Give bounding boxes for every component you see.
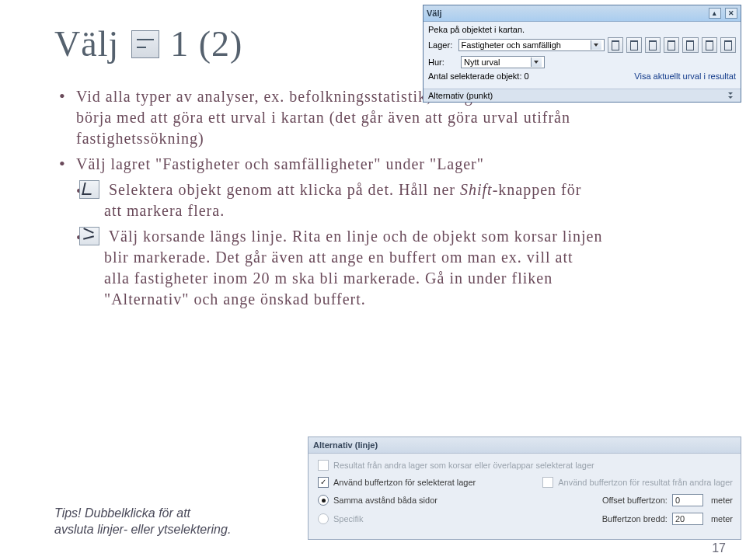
width-input[interactable]: 20 <box>672 513 703 525</box>
result-buffer-checkbox[interactable] <box>542 477 553 488</box>
specific-radio[interactable] <box>318 513 329 524</box>
toolbar-footer[interactable]: Alternativ (punkt) <box>424 89 741 102</box>
toolbar-action-5[interactable] <box>682 37 698 53</box>
lager-label: Lager: <box>428 40 455 50</box>
close-button[interactable]: ✕ <box>725 8 737 19</box>
toolbar-action-4[interactable] <box>664 37 679 53</box>
expand-chevron-icon <box>727 91 736 100</box>
minimize-button[interactable]: ▴ <box>709 8 721 19</box>
use-buffer-checkbox[interactable]: ✓ <box>318 477 329 488</box>
point-select-icon <box>79 180 99 199</box>
line-select-icon <box>79 227 99 245</box>
sub-bullet-1a: Selektera objekt genom att klicka på det… <box>109 181 460 198</box>
shift-key: Shift <box>460 181 493 198</box>
toolbar-instruction: Peka på objektet i kartan. <box>428 25 525 34</box>
offset-value: 0 <box>675 496 680 505</box>
same-distance-radio[interactable] <box>318 495 329 506</box>
page-number: 17 <box>712 541 726 555</box>
title-word-2: 1 (2) <box>170 23 242 64</box>
toolbar-action-6[interactable] <box>702 37 717 53</box>
offset-unit: meter <box>711 496 733 505</box>
toolbar-action-1[interactable] <box>608 37 623 53</box>
width-label: Buffertzon bredd: <box>602 514 668 523</box>
specific-label: Specifik <box>333 514 364 523</box>
hur-label: Hur: <box>428 57 458 67</box>
sub-bullet-2: Välj korsande längs linje. Rita en linje… <box>76 226 603 310</box>
select-toolbar-window: Välj ▴ ✕ Peka på objektet i kartan. Lage… <box>423 5 741 103</box>
tips-text: Dubbelklicka för att avsluta linjer- ell… <box>54 506 231 537</box>
dropdown-arrow-icon <box>531 57 542 67</box>
sub-bullet-1: Selektera objekt genom att klicka på det… <box>76 179 603 221</box>
tips-lead: Tips! <box>54 506 82 520</box>
toolbar-action-3[interactable] <box>645 37 661 53</box>
bullet-list: Vid alla typer av analyser, ex. befolkni… <box>59 86 603 310</box>
width-value: 20 <box>675 514 685 523</box>
dropdown-arrow-icon <box>591 40 601 50</box>
show-result-link[interactable]: Visa aktuellt urval i resultat <box>634 71 736 81</box>
alternativ-panel: Alternativ (linje) Resultat från andra l… <box>308 437 741 540</box>
toolbar-title: Välj <box>427 9 442 18</box>
select-tool-icon <box>131 30 159 58</box>
altpanel-titlebar: Alternativ (linje) <box>309 437 741 454</box>
offset-label: Offset buffertzon: <box>602 496 668 505</box>
toolbar-action-2[interactable] <box>626 37 642 53</box>
altpanel-title: Alternativ (linje) <box>313 440 378 450</box>
sub-bullet-2-text: Välj korsande längs linje. Rita en linje… <box>104 228 602 308</box>
same-distance-label: Samma avstånd båda sidor <box>333 496 437 505</box>
toolbar-titlebar: Välj ▴ ✕ <box>424 5 741 22</box>
offset-input[interactable]: 0 <box>672 494 703 506</box>
bullet-2: Välj lagret "Fastigheter och samfällighe… <box>59 154 603 310</box>
lager-dropdown[interactable]: Fastigheter och samfälligh <box>458 39 605 51</box>
lager-value: Fastigheter och samfälligh <box>462 40 561 50</box>
use-buffer-label: Använd buffertzon för selekterat lager <box>333 478 476 487</box>
overlap-checkbox[interactable] <box>318 460 329 471</box>
title-word-1: Välj <box>54 23 119 64</box>
overlap-label: Resultat från andra lager som korsar ell… <box>333 461 594 470</box>
hur-dropdown[interactable]: Nytt urval <box>461 56 545 68</box>
hur-value: Nytt urval <box>464 57 500 67</box>
tips-box: Tips! Dubbelklicka för att avsluta linje… <box>54 505 233 538</box>
result-buffer-label: Använd buffertzon för resultat från andr… <box>558 478 733 487</box>
width-unit: meter <box>711 514 733 523</box>
selected-count: Antal selekterade objekt: 0 <box>428 71 529 81</box>
bullet-2-text: Välj lagret "Fastigheter och samfällighe… <box>76 155 484 172</box>
toolbar-footer-label: Alternativ (punkt) <box>428 91 493 100</box>
toolbar-action-7[interactable] <box>720 37 736 53</box>
